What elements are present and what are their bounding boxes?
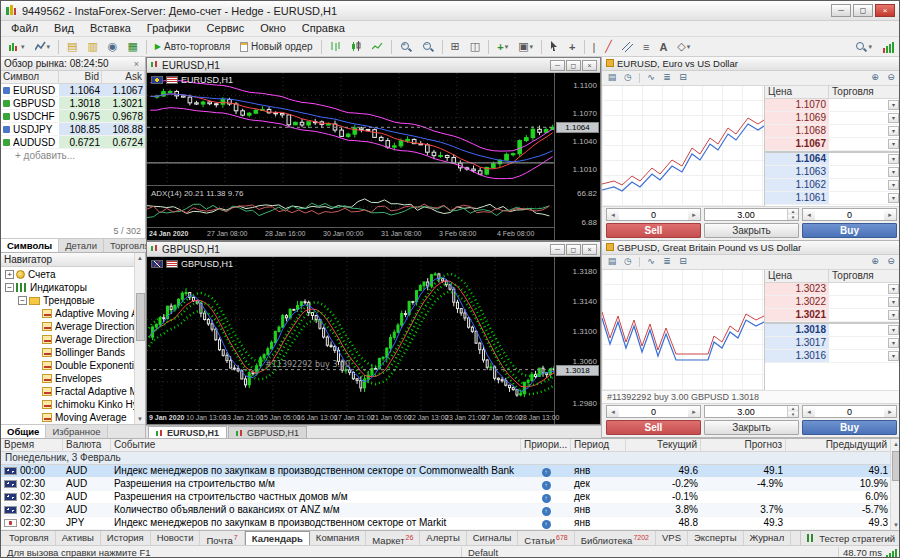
restore-button[interactable]: ◻ [566, 244, 581, 255]
objects-button[interactable]: ◇▾ [673, 38, 694, 55]
connection-status[interactable]: 48.70 ms [838, 547, 900, 558]
market-watch-toggle[interactable]: ▤ [63, 38, 81, 55]
strategy-tester-button[interactable]: Тестер стратегий [800, 531, 900, 545]
terminal-tab-VPS[interactable]: VPS [656, 531, 688, 545]
depth-icon[interactable]: ≣ [660, 255, 674, 268]
terminal-tab-Календарь[interactable]: Календарь [245, 531, 310, 545]
market-watch-row[interactable]: USDJPY108.85108.88 [1, 123, 145, 136]
chevron-down-icon[interactable]: ▾ [888, 310, 899, 320]
tree-item[interactable]: Average Directional [1, 320, 145, 333]
depth-icon[interactable]: ≣ [660, 71, 674, 84]
price-scale[interactable]: 1.11001.10701.10401.101066.826.881.1064 [554, 73, 600, 240]
terminal-tab-Почта[interactable]: Почта7 [200, 531, 244, 545]
chart-window-eurusd[interactable]: EURUSD,H1 ─ ◻ × EURUSD,H1 [146, 57, 601, 241]
terminal-tab-Эксперты[interactable]: Эксперты [688, 531, 744, 545]
chevron-down-icon[interactable]: ▾ [888, 154, 899, 164]
terminal-tab-Сигналы[interactable]: Сигналы [467, 531, 519, 545]
ladder-row-bid[interactable]: 1.3016▾ [765, 350, 900, 363]
tab-common[interactable]: Общие [1, 425, 46, 438]
tick-chart[interactable] [602, 270, 765, 390]
terminal-tab-Маркет[interactable]: Маркет26 [366, 531, 420, 545]
open-position-row[interactable]: #11392292 buy 3.00 GBPUSD 1.3018 [602, 390, 900, 403]
data-window-toggle[interactable]: ▥ [83, 38, 101, 55]
calendar-row[interactable]: 00:00AUDИндекс менеджеров по закупкам в … [1, 465, 900, 478]
calendar-row[interactable]: 02:30JPYИндекс менеджеров по закупкам в … [1, 517, 900, 530]
buy-button[interactable]: Buy [802, 223, 897, 238]
tp-stepper[interactable]: ◂0▸ [802, 208, 897, 221]
ladder-row-bid[interactable]: 1.1061▾ [765, 192, 900, 205]
time-axis[interactable]: 9 Jan 202010 Jan 13:0013 Jan 21:0015 Jan… [147, 411, 554, 424]
ladder-row-ask[interactable]: 1.3021▾ [765, 309, 900, 322]
new-chart-button[interactable]: ▾ [5, 38, 29, 55]
ladder-trade-cell[interactable]: ▾ [829, 166, 900, 178]
menu-item-Окно[interactable]: Окно [252, 21, 294, 36]
market-watch-header[interactable]: Обзор рынка: 08:24:50 × [1, 57, 145, 71]
trade-widget-header[interactable]: GBPUSD, Great Britain Pound vs US Dollar [602, 241, 900, 255]
tree-item[interactable]: Average Directional [1, 333, 145, 346]
channel-button[interactable] [618, 38, 637, 55]
sell-button[interactable]: Sell [606, 420, 701, 435]
tree-item[interactable]: Adaptive Moving Av [1, 307, 145, 320]
calendar-header[interactable]: Время Валюта Событие Приори... Период Те… [1, 439, 900, 452]
ladder-trade-cell[interactable]: ▾ [829, 153, 900, 165]
tree-expander[interactable]: − [18, 296, 27, 305]
one-click-icon[interactable]: ⊟ [676, 255, 690, 268]
close-button[interactable]: × [875, 4, 895, 17]
fibonacci-button[interactable]: ≡ [639, 38, 653, 55]
ladder-row-ask[interactable]: 1.1070▾ [765, 99, 900, 112]
restore-button[interactable]: ◻ [566, 60, 581, 71]
chart-candles-button[interactable] [347, 38, 366, 55]
ladder-trade-cell[interactable]: ▾ [829, 179, 900, 191]
trade-widget-header[interactable]: EURUSD, Euro vs US Dollar [602, 57, 900, 71]
close-button[interactable]: × [582, 60, 597, 71]
text-button[interactable]: A [655, 38, 671, 55]
tick-chart[interactable] [602, 86, 765, 206]
tree-item[interactable]: −Индикаторы [1, 281, 145, 294]
price-pane[interactable]: #11392292 buy 3.00 [147, 257, 554, 413]
tree-item[interactable]: Moving Average [1, 411, 145, 424]
tab-favorites[interactable]: Избранное [46, 425, 107, 438]
chart-window-gbpusd[interactable]: GBPUSD,H1 ─ ◻ × #11392292 buy 3.00 GBPUS… [146, 241, 601, 425]
ladder-row-bid[interactable]: 1.3017▾ [765, 337, 900, 350]
timeframes-button[interactable]: ▣▾ [514, 38, 537, 55]
volume-stepper[interactable]: 3.00▴▾ [704, 405, 799, 418]
menu-item-Сервис[interactable]: Сервис [199, 21, 253, 36]
menu-item-Вставка[interactable]: Вставка [82, 21, 139, 36]
chevron-down-icon[interactable]: ▾ [888, 113, 899, 123]
menu-item-Графики[interactable]: Графики [139, 21, 199, 36]
vertical-line-button[interactable]: | [589, 38, 600, 55]
tree-item[interactable]: Double Exponential [1, 359, 145, 372]
ladder-trade-cell[interactable]: ▾ [829, 99, 900, 111]
navigator-header[interactable]: Навигатор × [1, 253, 145, 267]
terminal-tab-Журнал[interactable]: Журнал [744, 531, 792, 545]
chevron-down-icon[interactable]: ▾ [888, 180, 899, 190]
chart-tab-eurusd[interactable]: EURUSD,H1 [148, 426, 227, 438]
chart-line-button[interactable] [368, 38, 387, 55]
tree-item[interactable]: −Трендовые [1, 294, 145, 307]
tree-item[interactable]: Bollinger Bands [1, 346, 145, 359]
market-watch-row[interactable]: EURUSD1.10641.1067 [1, 84, 145, 97]
scroll-thumb[interactable] [892, 451, 900, 481]
price-scale[interactable]: 1.31801.31401.31001.30601.29801.3018 [554, 257, 600, 424]
time-axis[interactable]: 24 Jan 202027 Jan 08:0028 Jan 16:0030 Ja… [147, 227, 554, 240]
terminal-tab-Алерты[interactable]: Алерты [420, 531, 466, 545]
close-position-button[interactable]: Закрыть [704, 420, 799, 435]
chevron-down-icon[interactable]: ▾ [888, 167, 899, 177]
chevron-down-icon[interactable]: ▾ [888, 139, 899, 149]
market-watch-row[interactable]: USDCHF0.96750.9678 [1, 110, 145, 123]
tree-expander[interactable]: − [5, 283, 14, 292]
navigator-scrollb ar[interactable]: ▲▼ [134, 253, 145, 424]
ladder-trade-cell[interactable]: ▾ [829, 138, 900, 150]
sl-stepper[interactable]: ◂0▸ [606, 208, 701, 221]
ladder-trade-cell[interactable]: ▾ [829, 350, 900, 362]
tree-item[interactable]: Envelopes [1, 372, 145, 385]
ladder-row-bid[interactable]: 1.3018▾ [765, 324, 900, 337]
zoom-out-icon[interactable]: ⊖ [884, 255, 898, 268]
trendline-button[interactable]: ╱ [601, 38, 616, 55]
maximize-button[interactable]: ◻ [853, 4, 873, 17]
chevron-down-icon[interactable]: ▾ [888, 338, 899, 348]
alert-icon[interactable]: ◷ [621, 255, 635, 268]
tree-item[interactable]: Fractal Adaptive Mo [1, 385, 145, 398]
autotrade-button[interactable]: ▶Авто-торговля [151, 38, 234, 55]
calendar-scrollbar[interactable]: ▲▼ [890, 439, 900, 530]
